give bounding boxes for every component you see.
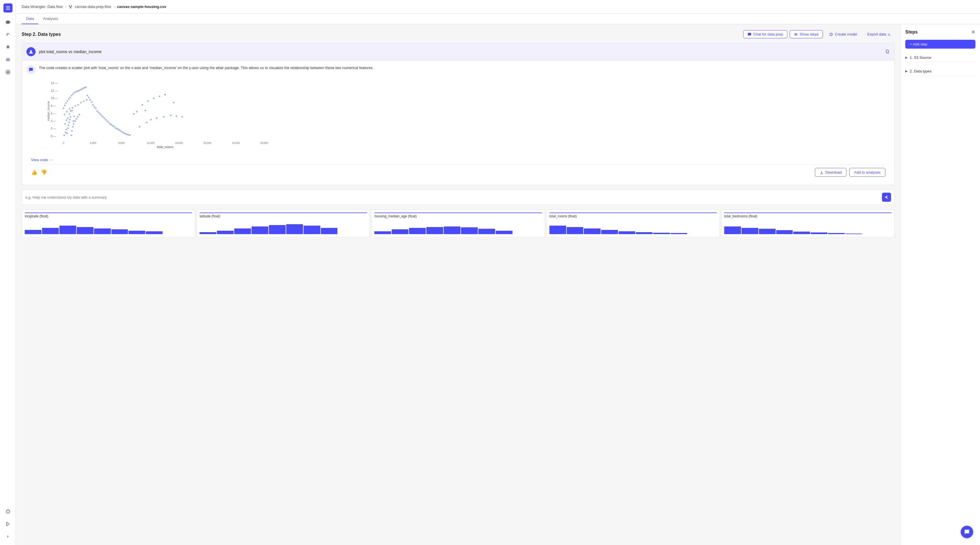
svg-point-69 — [73, 92, 75, 94]
svg-text:total_rooms: total_rooms — [157, 145, 173, 149]
breadcrumb-part2[interactable]: canvas-data-prep.flow — [75, 5, 111, 9]
tab-data[interactable]: Data — [22, 14, 38, 24]
svg-text:6 —: 6 — — [51, 112, 56, 115]
svg-point-39 — [73, 120, 74, 122]
user-message-text: plot total_rooms vs median_income — [39, 49, 102, 54]
svg-point-37 — [71, 130, 73, 132]
svg-point-31 — [67, 127, 69, 129]
ai-avatar — [26, 65, 35, 74]
send-button[interactable] — [882, 193, 891, 202]
svg-point-28 — [65, 132, 67, 133]
col-name-latitude: latitude (float) — [199, 214, 367, 218]
sidebar-icon-signout[interactable] — [3, 519, 13, 529]
svg-text:24,000: 24,000 — [232, 141, 240, 145]
sidebar-icon-settings[interactable] — [3, 17, 13, 27]
svg-point-68 — [72, 93, 74, 95]
svg-point-83 — [94, 106, 95, 108]
step-item-s3-source[interactable]: ▶ 1. S3 Source — [905, 53, 975, 62]
sidebar-icon-asterisk[interactable] — [3, 42, 13, 52]
svg-point-42 — [66, 119, 67, 121]
svg-point-88 — [100, 114, 102, 116]
sidebar-icon-help[interactable] — [3, 506, 13, 516]
step-label-data-types: 2. Data types — [910, 69, 932, 73]
add-to-analyses-button[interactable]: Add to analyses — [849, 168, 885, 177]
chat-for-data-prep-button[interactable]: Chat for data prep — [743, 30, 787, 38]
add-step-button[interactable]: + Add step — [905, 40, 975, 49]
svg-point-62 — [64, 105, 66, 106]
sidebar-icon-list[interactable] — [3, 54, 13, 65]
svg-text:4 —: 4 — — [51, 119, 56, 122]
svg-text:12,000: 12,000 — [147, 141, 154, 145]
col-bars-latitude — [199, 220, 367, 234]
steps-title: Steps — [905, 30, 918, 35]
sidebar-icon-refresh[interactable] — [3, 30, 13, 40]
svg-point-59 — [83, 100, 85, 102]
svg-point-93 — [108, 122, 110, 123]
svg-point-36 — [70, 134, 72, 136]
svg-point-0 — [7, 71, 9, 73]
close-steps-button[interactable]: ✕ — [971, 29, 975, 35]
svg-point-94 — [109, 123, 111, 125]
svg-point-53 — [66, 111, 68, 113]
breadcrumb-part1[interactable]: Data Wrangler: Data flow — [22, 5, 63, 9]
svg-point-86 — [98, 112, 99, 113]
svg-point-78 — [86, 95, 88, 96]
chat-fab-button[interactable] — [961, 526, 973, 538]
show-steps-button[interactable]: Show steps — [789, 30, 823, 38]
svg-point-35 — [70, 116, 72, 118]
sidebar-expand-btn[interactable] — [3, 531, 13, 542]
step-title: Step 2. Data types — [22, 32, 740, 37]
ai-response-text: The code creates a scatter plot with 'to… — [39, 65, 374, 71]
svg-point-108 — [129, 134, 131, 136]
scatter-plot-svg: 14 — 12 — 10 — 8 — 6 — 4 — 2 — 0 — media… — [46, 80, 279, 151]
toolbar-buttons: Chat for data prep Show steps Create mod… — [743, 30, 895, 38]
svg-point-60 — [86, 99, 88, 100]
sidebar-icon-toggle[interactable] — [3, 67, 13, 77]
svg-point-123 — [153, 97, 154, 99]
chat-input[interactable] — [25, 195, 879, 199]
svg-point-102 — [121, 131, 122, 132]
svg-text:8 —: 8 — — [51, 104, 56, 107]
step-item-data-types[interactable]: ▶ 2. Data types — [905, 67, 975, 76]
svg-point-64 — [67, 100, 68, 102]
svg-point-61 — [62, 107, 64, 109]
svg-text:4,000: 4,000 — [90, 141, 96, 145]
breadcrumb-sep2: › — [113, 5, 115, 9]
svg-text:20,000: 20,000 — [204, 141, 212, 145]
svg-point-113 — [163, 116, 165, 118]
export-data-button[interactable]: Export data — [864, 30, 895, 38]
svg-point-115 — [176, 115, 177, 117]
copy-icon[interactable] — [885, 49, 890, 54]
svg-text:14 —: 14 — — [51, 81, 58, 85]
svg-point-41 — [64, 123, 66, 125]
col-bars-total-rooms — [549, 220, 717, 234]
tab-bar: Data Analyses — [16, 14, 980, 24]
col-bars-housing-median-age — [374, 220, 542, 234]
svg-point-103 — [122, 132, 124, 133]
download-button[interactable]: Download — [815, 168, 847, 177]
svg-point-111 — [150, 119, 152, 121]
create-model-button[interactable]: Create model — [825, 30, 861, 38]
svg-point-50 — [77, 116, 79, 118]
svg-point-85 — [96, 110, 98, 112]
svg-point-65 — [68, 99, 70, 100]
svg-point-100 — [118, 129, 119, 130]
app-logo — [3, 3, 13, 13]
download-label: Download — [826, 170, 842, 175]
svg-point-32 — [68, 124, 69, 126]
flow-icon — [68, 5, 73, 9]
tab-analyses[interactable]: Analyses — [38, 14, 62, 24]
col-name-total-rooms: total_rooms (float) — [549, 214, 717, 218]
svg-point-43 — [67, 118, 69, 119]
svg-point-81 — [91, 101, 92, 103]
svg-point-74 — [81, 88, 83, 90]
svg-point-52 — [64, 114, 65, 115]
add-step-label: + Add step — [910, 42, 928, 46]
svg-point-101 — [119, 130, 121, 131]
column-longitude: longitude (float) — [22, 210, 195, 237]
svg-point-49 — [76, 118, 77, 120]
export-label: Export data — [867, 32, 886, 37]
view-code-bar[interactable]: View code — [26, 156, 890, 164]
thumbs-up-icon[interactable]: 👍 — [31, 169, 37, 176]
thumbs-down-icon[interactable]: 👎 — [41, 169, 47, 176]
